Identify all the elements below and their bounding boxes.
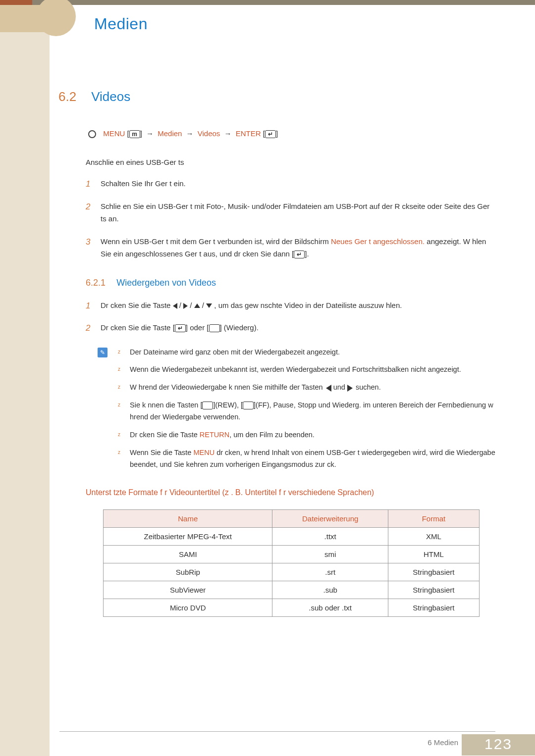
table-row: SAMI smi HTML — [104, 545, 480, 563]
table-row: SubRip .srt Stringbasiert — [104, 563, 480, 581]
note-list: Der Dateiname wird ganz oben mit der Wie… — [118, 347, 495, 471]
note-text-part: suchen. — [354, 383, 381, 391]
table-cell: .srt — [272, 563, 388, 581]
table-header-format: Format — [388, 509, 479, 527]
usb-intro-text: Anschlie en eines USB-Ger ts — [86, 158, 495, 166]
return-keyword: RETURN — [200, 431, 229, 439]
step-item: 1 Dr cken Sie die Taste / / / , um das g… — [86, 299, 495, 312]
up-arrow-icon — [194, 303, 200, 308]
menu-navigation-path: MENU [m] → Medien → Videos → ENTER [↵] — [88, 129, 495, 138]
note-text-part: W hrend der Videowiedergabe k nnen Sie m… — [130, 383, 325, 391]
table-cell: .sub oder .txt — [272, 599, 388, 616]
step-item: 2 Dr cken Sie die Taste [↵] oder [ ] (Wi… — [86, 321, 495, 334]
note-item: W hrend der Videowiedergabe k nnen Sie m… — [118, 382, 495, 394]
step-text: Dr cken Sie die Taste / / / , um das gew… — [101, 301, 402, 309]
table-row: Micro DVD .sub oder .txt Stringbasiert — [104, 599, 480, 616]
step-number: 3 — [86, 235, 90, 250]
step-text: Dr cken Sie die Taste [↵] oder [ ] (Wied… — [101, 323, 259, 332]
right-arrow-icon — [183, 303, 188, 309]
note-text-part: Wenn Sie die Taste — [130, 449, 193, 456]
page-footer: 6 Medien 123 — [50, 731, 535, 756]
nav-bracket: ] — [140, 129, 144, 138]
step-item: 1 Schalten Sie Ihr Ger t ein. — [86, 177, 495, 190]
step-text-part: Wenn ein USB-Ger t mit dem Ger t verbund… — [101, 237, 331, 246]
subtitle-formats-table: Name Dateierweiterung Format Zeitbasiert… — [103, 509, 480, 617]
menu-keyword: MENU — [193, 449, 214, 456]
nav-item-medien: Medien — [158, 129, 182, 138]
left-arrow-icon — [173, 303, 177, 309]
step-item: 3 Wenn ein USB-Ger t mit dem Ger t verbu… — [86, 235, 495, 260]
table-cell: Micro DVD — [104, 599, 272, 616]
m-button-icon: m — [129, 130, 140, 138]
section-number: 6.2 — [58, 89, 89, 104]
note-icon: ✎ — [98, 348, 107, 357]
table-cell: HTML — [388, 545, 479, 563]
subtitle-formats-heading: Unterst tzte Formate f r Videountertitel… — [86, 488, 495, 497]
table-row: SubViewer .sub Stringbasiert — [104, 581, 480, 599]
table-cell: .sub — [272, 581, 388, 599]
note-text-part: , um den Film zu beenden. — [229, 431, 315, 439]
page-content: 6.2 Videos MENU [m] → Medien → Videos → … — [58, 89, 495, 617]
top-bar-accent — [0, 0, 32, 5]
subsection-number: 6.2.1 — [86, 278, 106, 288]
table-header-extension: Dateierweiterung — [272, 509, 388, 527]
nav-bracket: ] — [276, 129, 278, 138]
table-cell: Zeitbasierter MPEG-4-Text — [104, 527, 272, 545]
footer-chapter-label: 6 Medien — [428, 738, 458, 747]
ff-button-icon — [243, 402, 254, 409]
table-cell: SubRip — [104, 563, 272, 581]
playback-steps-list: 1 Dr cken Sie die Taste / / / , um das g… — [86, 299, 495, 334]
page-number: 123 — [462, 734, 535, 756]
nav-enter-label: ENTER — [236, 129, 261, 138]
table-cell: SAMI — [104, 545, 272, 563]
step-item: 2 Schlie en Sie ein USB-Ger t mit Foto-,… — [86, 200, 495, 225]
forward-arrow-icon — [347, 385, 353, 392]
arrow-icon: → — [224, 129, 232, 138]
remote-icon — [88, 130, 96, 138]
enter-button-icon: ↵ — [294, 251, 305, 258]
note-item: Wenn Sie die Taste MENU dr cken, w hrend… — [118, 447, 495, 471]
step-text-part: ]. — [305, 250, 309, 258]
top-bar — [0, 0, 535, 5]
step-text-part: ] oder [ — [186, 323, 209, 332]
table-cell: SubViewer — [104, 581, 272, 599]
note-block: ✎ Der Dateiname wird ganz oben mit der W… — [101, 347, 495, 471]
subsection-title: Wiedergeben von Videos — [116, 278, 216, 288]
rewind-arrow-icon — [326, 385, 331, 392]
nav-menu-label: MENU — [103, 129, 125, 138]
table-cell: smi — [272, 545, 388, 563]
chapter-title: Medien — [94, 15, 148, 33]
down-arrow-icon — [206, 303, 212, 308]
table-header-name: Name — [104, 509, 272, 527]
step-number: 1 — [86, 177, 90, 192]
step-text-part: , um das gew nschte Video in der Dateili… — [214, 301, 402, 309]
step-highlight: Neues Ger t angeschlossen. — [331, 237, 425, 246]
note-text-part: Sie k nnen die Tasten [ — [130, 401, 202, 409]
chapter-number-badge — [36, 0, 76, 36]
play-button-icon — [209, 324, 220, 332]
section-title: Videos — [91, 89, 130, 104]
table-cell: Stringbasiert — [388, 563, 479, 581]
step-text-part: Dr cken Sie die Taste — [101, 301, 173, 309]
table-cell: Stringbasiert — [388, 581, 479, 599]
note-text-part: und — [331, 383, 347, 391]
left-margin-column — [0, 5, 50, 756]
step-number: 2 — [86, 321, 90, 336]
step-number: 1 — [86, 299, 90, 313]
step-text-part: ] (Wiederg). — [220, 323, 259, 332]
arrow-icon: → — [186, 129, 194, 138]
note-text-part: ](REW), [ — [213, 401, 243, 409]
table-cell: Stringbasiert — [388, 599, 479, 616]
note-item: Sie k nnen die Tasten [ ](REW), [ ](FF),… — [118, 400, 495, 423]
table-cell: XML — [388, 527, 479, 545]
subsection-heading: 6.2.1 Wiedergeben von Videos — [86, 278, 495, 288]
note-item: Der Dateiname wird ganz oben mit der Wie… — [118, 347, 495, 358]
section-heading: 6.2 Videos — [58, 89, 495, 104]
usb-steps-list: 1 Schalten Sie Ihr Ger t ein. 2 Schlie e… — [86, 177, 495, 260]
step-text: Wenn ein USB-Ger t mit dem Ger t verbund… — [101, 237, 486, 258]
table-header-row: Name Dateierweiterung Format — [104, 509, 480, 527]
step-number: 2 — [86, 200, 90, 214]
enter-button-icon: ↵ — [265, 130, 276, 138]
table-row: Zeitbasierter MPEG-4-Text .ttxt XML — [104, 527, 480, 545]
footer-divider — [59, 731, 495, 732]
